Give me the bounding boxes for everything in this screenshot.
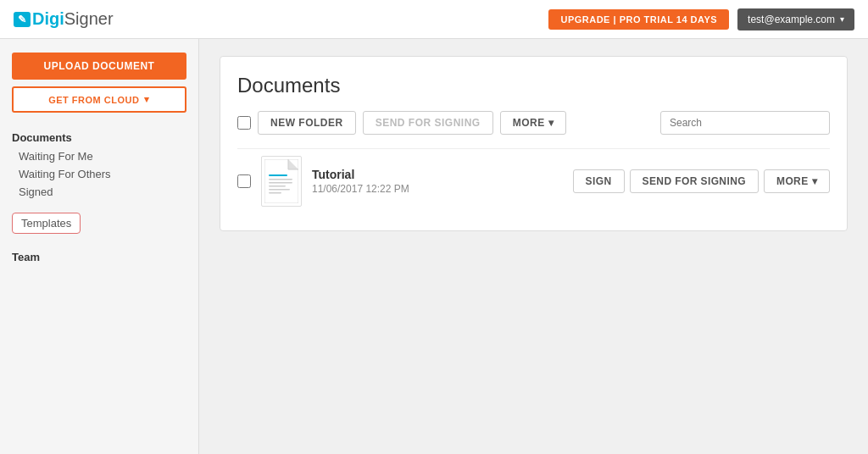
- page-title: Documents: [237, 74, 830, 97]
- more-toolbar-label: MORE: [513, 117, 545, 129]
- top-nav: ✎ DigiSigner UPGRADE | PRO TRIAL 14 DAYS…: [0, 0, 868, 39]
- svg-rect-3: [269, 179, 292, 180]
- from-cloud-label: GET FROM CLOUD: [48, 95, 139, 105]
- get-from-cloud-button[interactable]: GET FROM CLOUD ▾: [12, 86, 186, 113]
- logo: ✎ DigiSigner: [14, 9, 114, 29]
- user-menu-button[interactable]: test@example.com ▾: [737, 8, 854, 30]
- doc-actions: SIGN SEND FOR SIGNING MORE ▾: [573, 169, 830, 193]
- svg-rect-4: [269, 182, 292, 184]
- templates-button[interactable]: Templates: [12, 213, 81, 234]
- upgrade-button[interactable]: UPGRADE | PRO TRIAL 14 DAYS: [548, 9, 729, 30]
- sidebar: UPLOAD DOCUMENT GET FROM CLOUD ▾ Documen…: [0, 39, 199, 454]
- sign-button[interactable]: SIGN: [573, 169, 625, 193]
- team-section-title: Team: [12, 247, 186, 267]
- svg-rect-7: [269, 192, 281, 194]
- more-doc-button[interactable]: MORE ▾: [764, 169, 830, 193]
- svg-rect-5: [269, 185, 286, 187]
- doc-thumbnail: [261, 156, 302, 207]
- user-email-label: test@example.com: [748, 14, 835, 25]
- content-panel: Documents NEW FOLDER SEND FOR SIGNING MO…: [220, 56, 848, 231]
- upload-document-button[interactable]: UPLOAD DOCUMENT: [12, 53, 186, 80]
- doc-info: Tutorial 11/06/2017 12:22 PM: [312, 168, 563, 195]
- new-folder-button[interactable]: NEW FOLDER: [258, 111, 356, 135]
- main-layout: UPLOAD DOCUMENT GET FROM CLOUD ▾ Documen…: [0, 39, 868, 454]
- table-row: Tutorial 11/06/2017 12:22 PM SIGN SEND F…: [237, 148, 830, 213]
- doc-name: Tutorial: [312, 168, 563, 181]
- select-all-checkbox[interactable]: [237, 116, 251, 130]
- sidebar-item-waiting-for-others[interactable]: Waiting For Others: [12, 165, 186, 183]
- send-for-signing-toolbar-button[interactable]: SEND FOR SIGNING: [363, 111, 493, 135]
- more-toolbar-chevron-icon: ▾: [548, 117, 554, 129]
- sidebar-item-signed[interactable]: Signed: [12, 183, 186, 201]
- search-input[interactable]: [660, 111, 830, 135]
- doc-date: 11/06/2017 12:22 PM: [312, 183, 563, 195]
- more-doc-chevron-icon: ▾: [812, 175, 817, 187]
- documents-section: Documents Waiting For Me Waiting For Oth…: [12, 128, 186, 201]
- svg-rect-2: [269, 174, 287, 176]
- sidebar-item-waiting-for-me[interactable]: Waiting For Me: [12, 147, 186, 165]
- toolbar: NEW FOLDER SEND FOR SIGNING MORE ▾: [237, 111, 830, 135]
- doc-checkbox[interactable]: [237, 174, 251, 188]
- logo-icon: ✎: [14, 12, 31, 27]
- user-menu-chevron-icon: ▾: [840, 14, 844, 24]
- send-for-signing-button[interactable]: SEND FOR SIGNING: [630, 169, 759, 193]
- templates-section: Templates: [12, 208, 186, 234]
- documents-section-title: Documents: [12, 128, 186, 147]
- more-doc-label: MORE: [776, 175, 809, 187]
- svg-rect-6: [269, 189, 290, 191]
- more-toolbar-button[interactable]: MORE ▾: [500, 111, 567, 135]
- logo-text: DigiSigner: [32, 9, 114, 29]
- from-cloud-chevron-icon: ▾: [144, 94, 150, 105]
- content-area: Documents NEW FOLDER SEND FOR SIGNING MO…: [199, 39, 868, 454]
- topnav-right: UPGRADE | PRO TRIAL 14 DAYS test@example…: [548, 8, 854, 30]
